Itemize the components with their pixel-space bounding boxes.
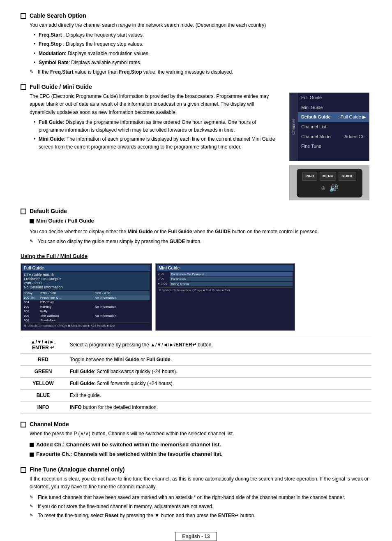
menu-item-empty — [298, 151, 369, 161]
checkbox-icon-2 — [21, 84, 26, 90]
default-guide-subtitle: Mini Guide / Full Guide — [36, 217, 94, 225]
bullet-modulation: Modulation: Displays available modulatio… — [34, 50, 371, 58]
channel-mode-intro: When the press the P (∧/∨) button, Chann… — [30, 430, 371, 438]
channel-sidebar: Channel — [290, 93, 298, 161]
checkbox-icon-4 — [21, 422, 26, 427]
key-info-desc: INFO button for the detailed information… — [66, 402, 371, 413]
full-mini-guide-heading: Full Guide / Mini Guide — [30, 84, 92, 90]
default-guide-body: Mini Guide / Full Guide You can decide w… — [30, 217, 371, 246]
key-enter: ▲/▼/◄/►,ENTER ↵ — [21, 336, 66, 354]
remote-menu-btn: MENU — [320, 172, 337, 180]
remote-body: INFO MENU GUIDE ⊕ 🔊 — [297, 169, 362, 197]
note-freqstart: If the Freq.Start value is bigger than F… — [30, 68, 371, 76]
using-guide-section: Using the Full / Mini Guide Full Guide D… — [21, 253, 371, 413]
cable-search-bullets: Freq.Start : Displays the frequency star… — [34, 31, 371, 67]
key-row-blue: BLUE Exit the guide. — [21, 390, 371, 402]
fine-tune-title: Fine Tune (Analogue channel only) — [21, 466, 371, 473]
fine-tune-note3: To reset the fine-tuning, select Reset b… — [30, 512, 371, 520]
channel-menu-wrapper: Channel Full Guide Mini Guide Default Gu… — [289, 93, 369, 161]
mini-guide-row3: ● 3:00 Being Robin — [158, 282, 293, 286]
added-ch-heading: Added Ch.: Channels will be switched wit… — [30, 441, 371, 449]
full-mini-guide-body: The EPG (Electronic Programme Guide) inf… — [30, 93, 371, 200]
key-row-info: INFO INFO button for the detailed inform… — [21, 402, 371, 413]
checkbox-icon — [21, 13, 26, 19]
checkbox-icon-3 — [21, 209, 26, 214]
guide-row-903: 903 Kelly — [23, 309, 150, 313]
default-guide-section: Default Guide Mini Guide / Full Guide Yo… — [21, 208, 371, 246]
key-yellow: YELLOW — [21, 378, 66, 390]
full-guide-footer: ⊕ Watch □Information ◇Page ■ Mini Guide … — [23, 323, 150, 328]
key-row-yellow: YELLOW Full Guide: Scroll forwards quick… — [21, 378, 371, 390]
key-row-enter: ▲/▼/◄/►,ENTER ↵ Select a programme by pr… — [21, 336, 371, 354]
menu-item-finetune: Fine Tune — [298, 142, 369, 151]
bullet-fullguide: Full Guide: Displays the programme infor… — [34, 118, 281, 134]
fine-tune-note1: Fine tuned channels that have been saved… — [30, 494, 371, 502]
fine-tune-section: Fine Tune (Analogue channel only) If the… — [21, 466, 371, 520]
key-red-desc: Toggle between the Mini Guide or Full Gu… — [66, 354, 371, 366]
guide-row-908: 908 Shark-free — [23, 318, 150, 323]
key-info: INFO — [21, 402, 66, 413]
bullet-freqstop: Freq.Stop : Displays the frequency stop … — [34, 40, 371, 48]
page-number-box: English - 13 — [175, 532, 217, 541]
channel-mode-heading: Channel Mode — [30, 421, 69, 427]
guide-row-902: 902 Kehting No Information — [23, 304, 150, 309]
channel-menu-inner: Full Guide Mini Guide Default Guide : Fu… — [298, 93, 369, 161]
menu-item-fullguide: Full Guide — [298, 93, 369, 103]
page-number-wrapper: English - 13 — [21, 532, 371, 541]
full-mini-left: The EPG (Electronic Programme Guide) inf… — [30, 93, 281, 200]
full-guide-content: DTV Cable 900.1b Freshmen On Campus 2:00… — [22, 271, 150, 329]
channel-mode-title: Channel Mode — [21, 421, 371, 427]
guide-table-header: Today 2:00 - 3:00 3:00 - 4:00 — [23, 291, 150, 295]
black-square-icon-2 — [30, 443, 34, 447]
default-guide-title: Default Guide — [21, 208, 371, 214]
full-guide-header: Full Guide — [22, 265, 150, 271]
full-mini-guide-title: Full Guide / Mini Guide — [21, 84, 371, 90]
remote-info-btn: INFO — [302, 172, 317, 180]
key-yellow-desc: Full Guide: Scroll forwards quickly (+24… — [66, 378, 371, 390]
guide-row-901: 901 FTV Play — [23, 300, 150, 304]
remote-nav-row: ⊕ 🔊 — [321, 182, 338, 194]
page-wrapper: Cable Search Option You can add directly… — [21, 12, 371, 541]
key-table: ▲/▼/◄/►,ENTER ↵ Select a programme by pr… — [21, 336, 371, 413]
fine-tune-body: If the reception is clear, you do not ha… — [30, 475, 371, 520]
channel-sidebar-label: Channel — [291, 119, 297, 135]
full-mini-intro: The EPG (Electronic Programme Guide) inf… — [30, 93, 281, 116]
channel-mode-body: When the press the P (∧/∨) button, Chann… — [30, 430, 371, 459]
full-mini-right: Channel Full Guide Mini Guide Default Gu… — [289, 93, 371, 200]
key-row-red: RED Toggle between the Mini Guide or Ful… — [21, 354, 371, 366]
default-guide-subheading: Mini Guide / Full Guide — [30, 217, 371, 225]
fine-tune-intro: If the reception is clear, you do not ha… — [30, 475, 371, 491]
channel-mode-section: Channel Mode When the press the P (∧/∨) … — [21, 421, 371, 459]
key-red: RED — [21, 354, 66, 366]
default-guide-heading: Default Guide — [30, 208, 67, 214]
remote-vol-icon: 🔊 — [329, 182, 338, 194]
key-green-desc: Full Guide: Scroll backwards quickly (-2… — [66, 366, 371, 378]
black-square-icon-3 — [30, 453, 34, 457]
full-mini-bullets: Full Guide: Displays the programme infor… — [34, 118, 281, 151]
cable-search-body: You can add directly the channel search … — [30, 21, 371, 76]
full-guide-left: DTV Cable 900.1b Freshmen On Campus 2:00… — [23, 272, 150, 328]
key-row-green: GREEN Full Guide: Scroll backwards quick… — [21, 366, 371, 378]
mini-guide-header: Mini Guide — [157, 265, 293, 271]
key-enter-desc: Select a programme by pressing the ▲/▼/◄… — [66, 336, 371, 354]
remote-buttons-row: INFO MENU GUIDE — [302, 172, 356, 180]
menu-item-defaultguide: Default Guide : Full Guide ▶ — [298, 112, 369, 122]
menu-item-miniguide: Mini Guide — [298, 103, 369, 113]
key-blue: BLUE — [21, 390, 66, 402]
page-footer: English - 13 BN68-02331B-Eng.indb 13 200… — [21, 532, 371, 541]
guide-row-905: 905 The Darhass No Information — [23, 313, 150, 318]
mini-guide-row2: 3:00 Freshmen... — [158, 277, 293, 281]
fine-tune-notes: Fine tuned channels that have been saved… — [30, 494, 371, 520]
remote-control-image: INFO MENU GUIDE ⊕ 🔊 — [289, 165, 369, 200]
full-mini-two-col: The EPG (Electronic Programme Guide) inf… — [30, 93, 371, 200]
remote-nav-icon: ⊕ — [321, 183, 326, 193]
full-guide-table: Today 2:00 - 3:00 3:00 - 4:00 900 TN Fre… — [23, 291, 150, 323]
using-guide-title: Using the Full / Mini Guide — [21, 253, 371, 259]
remote-guide-btn: GUIDE — [339, 172, 356, 180]
black-square-icon — [30, 219, 34, 223]
mini-guide-footer: ⊕ Watch □Information ◇Page ■ Full Guide … — [158, 287, 293, 293]
full-mini-guide-section: Full Guide / Mini Guide The EPG (Electro… — [21, 84, 371, 200]
favourite-ch-label: Favourite Ch.: Channels will be switched… — [36, 450, 223, 459]
default-guide-body1: You can decide whether to display either… — [30, 228, 371, 236]
defaultguide-value: : Full Guide ▶ — [338, 114, 366, 121]
